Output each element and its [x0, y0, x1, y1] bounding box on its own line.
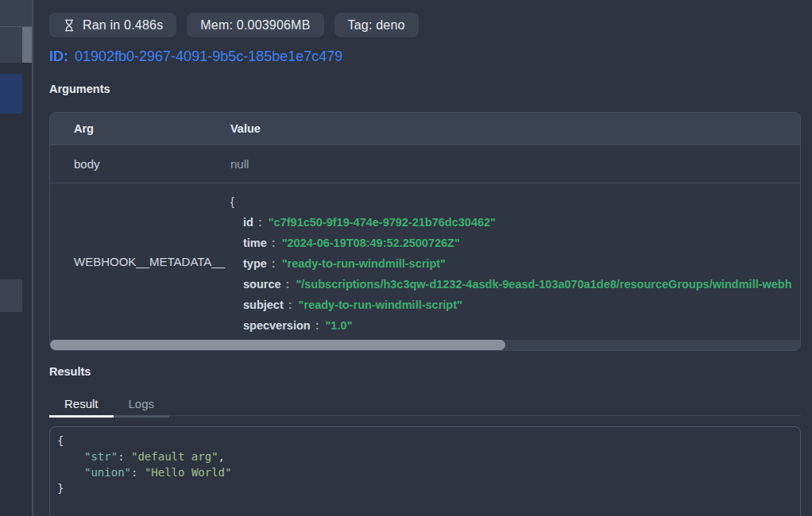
sidebar-item[interactable]: [0, 27, 22, 63]
arg-value-null: null: [230, 157, 800, 171]
sidebar-item-selected[interactable]: [0, 74, 22, 114]
metadata-entry: subject:"ready-to-run-windmill-script": [230, 295, 800, 315]
hourglass-icon: [63, 19, 75, 32]
memory-badge: Mem: 0.003906MB: [187, 13, 323, 37]
sidebar-header-block: [0, 0, 32, 27]
runtime-badge: Ran in 0.486s: [49, 13, 176, 37]
code-line: }: [57, 482, 793, 498]
metadata-entry: source:"/subscriptions/h3c3qw-d1232-4asd…: [230, 274, 800, 295]
sidebar-item[interactable]: [0, 279, 22, 312]
arguments-table: Arg Value body null WEBHOOK__METADATA__ …: [49, 112, 801, 351]
arg-name: WEBHOOK__METADATA__: [50, 183, 230, 340]
results-heading: Results: [49, 365, 801, 378]
metadata-entry: specversion:"1.0": [230, 315, 800, 336]
table-horizontal-scrollbar[interactable]: [50, 340, 800, 350]
arg-name: body: [50, 157, 230, 171]
job-id-value[interactable]: 01902fb0-2967-4091-9b5c-185be1e7c479: [75, 48, 342, 64]
job-id-row: ID:01902fb0-2967-4091-9b5c-185be1e7c479: [49, 48, 801, 66]
run-detail-panel: Ran in 0.486s Mem: 0.003906MB Tag: deno …: [33, 0, 812, 516]
table-row-body: body null: [50, 145, 800, 183]
job-id-label: ID:: [49, 48, 68, 64]
sidebar-scrollbar-thumb[interactable]: [22, 27, 32, 63]
result-json-viewer: { "str": "default arg", "union": "Hello …: [49, 426, 801, 516]
table-row-webhook-metadata: WEBHOOK__METADATA__ { id:"c7f91c50-9f19-…: [50, 183, 800, 340]
metadata-entry: id:"c7f91c50-9f19-474e-9792-21b76dc30462…: [230, 212, 800, 233]
scrollbar-thumb[interactable]: [50, 340, 505, 350]
metadata-object-viewer: { id:"c7f91c50-9f19-474e-9792-21b76dc304…: [230, 183, 800, 340]
results-tabs: Result Logs: [49, 392, 801, 416]
table-header: Arg Value: [50, 113, 800, 145]
open-brace: {: [230, 191, 800, 212]
code-line: "str": "default arg",: [57, 450, 793, 466]
tag-badge: Tag: deno: [334, 13, 419, 37]
column-header-value: Value: [230, 122, 800, 135]
tab-logs[interactable]: Logs: [114, 392, 170, 418]
code-line: "union": "Hello World": [57, 466, 793, 482]
runtime-label: Ran in 0.486s: [83, 18, 163, 33]
metadata-entry: time:"2024-06-19T08:49:52.2500726Z": [230, 233, 800, 253]
run-stats-row: Ran in 0.486s Mem: 0.003906MB Tag: deno: [49, 13, 801, 37]
tab-result[interactable]: Result: [49, 392, 114, 418]
left-sidebar: [0, 0, 32, 516]
arguments-heading: Arguments: [49, 83, 801, 95]
column-header-arg: Arg: [50, 122, 230, 135]
code-line: {: [57, 434, 793, 450]
metadata-entry: type:"ready-to-run-windmill-script": [230, 253, 800, 274]
